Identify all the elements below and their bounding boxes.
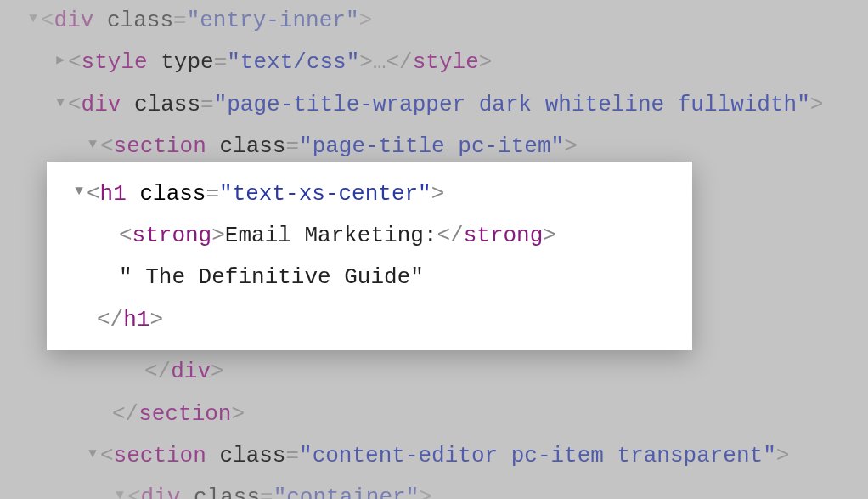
dom-tree-row[interactable]: ▼<section class="content-editor pc-item …: [0, 435, 868, 477]
dom-tree-row[interactable]: ▼<div class="container">: [0, 477, 868, 499]
dom-tree-row[interactable]: ▼<div class="page-title-wrapper dark whi…: [0, 84, 868, 126]
disclosure-triangle[interactable]: ▼: [53, 90, 68, 116]
disclosure-triangle[interactable]: ▼: [85, 132, 100, 157]
disclosure-triangle[interactable]: ▼: [85, 441, 100, 467]
dom-tree-row[interactable]: <strong>Email Marketing:</strong>: [0, 215, 868, 257]
dom-tree-row[interactable]: " The Definitive Guide": [0, 257, 868, 298]
disclosure-triangle[interactable]: ▼: [112, 483, 127, 499]
dom-tree-row[interactable]: </div>: [0, 351, 868, 393]
dom-tree-row[interactable]: </h1>: [0, 299, 868, 341]
dom-tree-row[interactable]: ▼<section class="page-title pc-item">: [0, 126, 868, 167]
dom-tree-row[interactable]: ▼<h1 class="text-xs-center">: [0, 173, 868, 215]
dom-tree-row[interactable]: ▼<div class="entry-inner">: [0, 0, 868, 42]
disclosure-triangle[interactable]: ▼: [71, 179, 87, 204]
disclosure-triangle[interactable]: ▼: [25, 6, 41, 31]
dom-tree: ▼<div class="entry-inner"> ▶<style type=…: [0, 0, 868, 499]
dom-tree-row[interactable]: </section>: [0, 394, 868, 435]
dom-tree-row[interactable]: ▶<style type="text/css">…</style>: [0, 42, 868, 83]
disclosure-triangle[interactable]: ▶: [53, 48, 68, 73]
